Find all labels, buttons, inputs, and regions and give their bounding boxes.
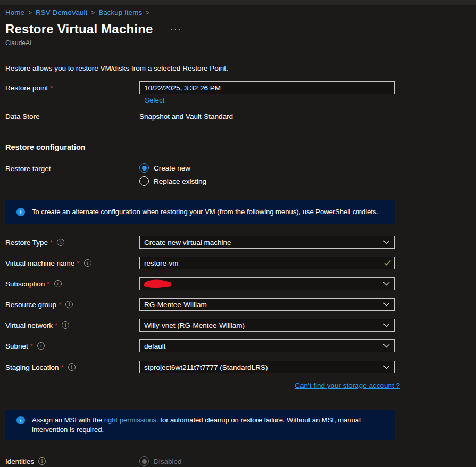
info-tooltip-icon[interactable]: i <box>37 342 45 350</box>
msi-text-prefix: Assign an MSI with the <box>32 416 104 424</box>
vm-name-label: Virtual machine name <box>5 259 74 267</box>
subscription-dropdown[interactable] <box>139 277 395 290</box>
subscription-label: Subscription <box>5 280 45 288</box>
redaction-scribble <box>142 279 185 289</box>
info-tooltip-icon[interactable]: i <box>54 280 62 287</box>
powershell-banner-text: To create an alternate configuration whe… <box>32 207 378 217</box>
info-icon: i <box>16 416 25 424</box>
data-store-value: Snapshot and Vault-Standard <box>139 113 233 121</box>
radio-icon <box>139 163 149 173</box>
virtual-network-value: Willy-vnet (RG-Mentee-William) <box>144 321 245 329</box>
msi-info-banner: i Assign an MSI with the right permissio… <box>5 410 395 440</box>
staging-location-label: Staging Location <box>5 363 59 371</box>
chevron-down-icon <box>383 282 390 286</box>
chevron-down-icon <box>383 365 390 369</box>
restore-type-label: Restore Type <box>5 239 48 247</box>
info-tooltip-icon[interactable]: i <box>84 259 91 267</box>
restore-configuration-heading: Restore configuration <box>5 143 471 151</box>
identities-disabled-label: Disabled <box>154 457 182 465</box>
subnet-label: Subnet <box>5 342 28 350</box>
radio-create-new[interactable]: Create new <box>139 163 395 173</box>
required-marker: * <box>55 321 57 329</box>
right-permissions-link[interactable]: right permissions. <box>104 416 158 424</box>
required-marker: * <box>50 84 53 92</box>
required-marker: * <box>50 239 53 247</box>
chevron-down-icon <box>383 240 390 244</box>
staging-location-dropdown[interactable]: stproject6wt211t7t7777 (StandardLRS) <box>139 361 395 373</box>
chevron-down-icon <box>383 344 390 348</box>
breadcrumb-vault[interactable]: RSV-DemoVault <box>36 9 87 16</box>
info-tooltip-icon[interactable]: i <box>57 239 64 246</box>
intro-text: Restore allows you to restore VM/disks f… <box>5 64 471 72</box>
restore-target-label: Restore target <box>5 165 51 173</box>
vm-name-input[interactable] <box>139 257 395 269</box>
restore-point-select-link[interactable]: Select <box>145 96 165 104</box>
required-marker: * <box>47 280 49 288</box>
resource-group-label: Resource group <box>5 301 56 309</box>
restore-target-radio-group: Create new Replace existing <box>139 163 395 186</box>
chevron-down-icon <box>383 323 390 327</box>
required-marker: * <box>61 363 64 371</box>
chevron-down-icon <box>383 302 390 307</box>
restore-type-dropdown[interactable]: Create new virtual machine <box>139 236 395 249</box>
info-icon: i <box>16 208 25 216</box>
breadcrumb-backup-items[interactable]: Backup Items <box>98 9 142 16</box>
restore-point-input[interactable] <box>139 81 395 94</box>
radio-replace-existing-label: Replace existing <box>154 177 206 185</box>
find-storage-account-link[interactable]: Can't find your storage account ? <box>295 381 400 389</box>
breadcrumb-separator: > <box>146 9 149 16</box>
identities-disabled-radio: Disabled <box>139 456 395 466</box>
window-top-strip <box>0 0 476 5</box>
more-options-icon[interactable]: ··· <box>168 26 184 33</box>
identities-label: Identities <box>5 457 34 465</box>
virtual-network-label: Virtual network <box>5 321 53 329</box>
staging-location-value: stproject6wt211t7t7777 (StandardLRS) <box>144 363 268 371</box>
blade-subtitle: ClaudeAI <box>5 39 471 47</box>
restore-vm-blade: Home > RSV-DemoVault > Backup Items > Re… <box>0 5 476 466</box>
restore-type-value: Create new virtual machine <box>144 239 231 247</box>
radio-icon <box>139 456 149 466</box>
radio-create-new-label: Create new <box>154 164 190 172</box>
resource-group-dropdown[interactable]: RG-Mentee-William <box>139 298 395 311</box>
radio-icon <box>139 176 149 186</box>
msi-banner-text: Assign an MSI with the right permissions… <box>32 415 387 435</box>
page-title: Restore Virtual Machine <box>5 22 153 37</box>
info-tooltip-icon[interactable]: i <box>62 321 69 329</box>
resource-group-value: RG-Mentee-William <box>144 301 207 309</box>
restore-point-label: Restore point <box>5 84 48 92</box>
required-marker: * <box>77 259 79 267</box>
info-tooltip-icon[interactable]: i <box>68 363 76 371</box>
info-tooltip-icon[interactable]: i <box>65 301 73 308</box>
data-store-label: Data Store <box>5 113 40 121</box>
subnet-dropdown[interactable]: default <box>139 339 395 352</box>
powershell-info-banner: i To create an alternate configuration w… <box>5 200 395 224</box>
required-marker: * <box>30 342 33 350</box>
info-tooltip-icon[interactable]: i <box>38 457 46 465</box>
breadcrumb-separator: > <box>91 9 95 16</box>
radio-replace-existing[interactable]: Replace existing <box>139 176 395 186</box>
breadcrumb: Home > RSV-DemoVault > Backup Items > <box>5 5 471 16</box>
required-marker: * <box>59 301 61 309</box>
valid-check-icon <box>384 260 391 266</box>
breadcrumb-separator: > <box>28 9 32 16</box>
subnet-value: default <box>144 342 166 350</box>
virtual-network-dropdown[interactable]: Willy-vnet (RG-Mentee-William) <box>139 319 395 332</box>
breadcrumb-home[interactable]: Home <box>5 9 24 16</box>
